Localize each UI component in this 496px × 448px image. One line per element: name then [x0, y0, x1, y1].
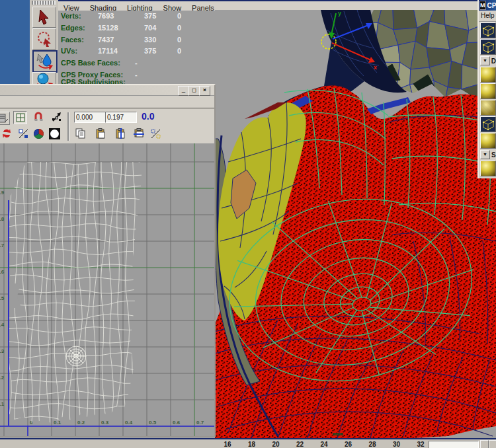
- hud-stat-row: Edges:151287040: [61, 24, 85, 33]
- cps-window-titlebar[interactable]: M CP: [479, 0, 496, 11]
- texture-swatch-cube[interactable]: [480, 39, 496, 55]
- hud-stat-value: 7437: [98, 36, 114, 44]
- copy-ratio-button[interactable]: [149, 128, 162, 139]
- v-axis-tick-label: 0.2: [0, 375, 5, 381]
- hud-stat-value: 0: [177, 12, 181, 20]
- maya-main-window: ViewShadingLightingShowPanels Verts:7693…: [0, 0, 496, 448]
- window-edge-strip: [0, 0, 30, 89]
- move-uv-button[interactable]: [50, 111, 63, 123]
- hud-stat-value: 704: [144, 24, 156, 32]
- u-axis-tick-label: 0.2: [77, 420, 85, 426]
- paint-select-tool-button[interactable]: [32, 50, 58, 73]
- display-rgb-button[interactable]: [32, 128, 45, 139]
- perspective-viewport[interactable]: y x: [215, 10, 496, 438]
- hud-stat-label: UVs:: [61, 47, 77, 55]
- frame-tick[interactable]: 28: [364, 441, 380, 448]
- uv-editor-toolbar: 0.000 0.197 0.0: [0, 109, 214, 143]
- uv-canvas[interactable]: 00.10.20.30.40.50.60.710.90.80.70.60.50.…: [0, 143, 214, 436]
- texture-swatch-cube[interactable]: [480, 116, 496, 132]
- v-axis-tick-label: 0.3: [0, 348, 5, 354]
- u-axis-tick-label: 0.6: [173, 420, 181, 426]
- hud-stat-value: 15128: [98, 24, 118, 32]
- uv-texture-editor-window: _ □ ×: [0, 84, 216, 437]
- paste-v-button[interactable]: [132, 128, 145, 139]
- texture-swatch-sphere[interactable]: [480, 100, 496, 116]
- u-axis-tick-label: 0.3: [101, 420, 109, 426]
- uv-ratio-button[interactable]: [17, 128, 30, 139]
- timeline-button[interactable]: [489, 440, 496, 448]
- frame-tick[interactable]: 22: [292, 441, 308, 448]
- grid-toggle-button[interactable]: [13, 111, 27, 124]
- paste-button[interactable]: [94, 128, 106, 139]
- texture-swatch-sphere[interactable]: [480, 67, 496, 83]
- display-alpha-button[interactable]: [48, 128, 61, 139]
- wire-cube-icon: [481, 23, 495, 38]
- copy-button[interactable]: [74, 128, 87, 139]
- frame-tick[interactable]: 26: [341, 441, 356, 448]
- refresh-button[interactable]: [0, 128, 13, 139]
- playback-range-field[interactable]: [429, 441, 479, 448]
- v-axis-tick-label: 0.8: [0, 216, 5, 222]
- magnet-icon: [33, 112, 44, 122]
- hud-stat-label: Faces:: [61, 36, 84, 44]
- frame-tick[interactable]: 20: [268, 441, 284, 448]
- alpha-circle-icon: [49, 128, 60, 139]
- section-dropdown-button[interactable]: ▼: [480, 56, 490, 65]
- hud-stat-row: Verts:76933750: [61, 12, 81, 21]
- hud-stat-label: Edges:: [61, 24, 85, 32]
- u-axis-tick-label: 0.1: [54, 420, 62, 426]
- frame-tick[interactable]: 30: [389, 441, 405, 448]
- hud-clipped-row: CPS Subdivisions:: [58, 77, 215, 84]
- v-axis-tick-label: 0.9: [0, 190, 5, 196]
- poly-count-hud: Verts:76933750Edges:151287040Faces:74373…: [58, 11, 215, 84]
- texture-swatch-sphere[interactable]: [480, 161, 496, 176]
- paste-u-button[interactable]: [114, 128, 126, 139]
- uv-editor-menu-band: [0, 96, 214, 109]
- clipped-tool-button[interactable]: [0, 112, 10, 125]
- cps-subdivisions-label: CPS Subdivisions:: [61, 78, 126, 84]
- timeline-button[interactable]: [480, 440, 489, 448]
- frame-tick[interactable]: 32: [413, 441, 429, 448]
- uv-editor-titlebar[interactable]: _ □ ×: [0, 85, 214, 96]
- hud-stat-value: 330: [144, 36, 156, 44]
- cps-section-row: ▼D: [480, 56, 496, 65]
- rgb-sphere-icon: [33, 128, 44, 139]
- wire-cube-icon: [481, 40, 495, 54]
- time-slider[interactable]: 161820222426283032: [0, 438, 496, 448]
- texture-swatch-sphere[interactable]: [480, 133, 496, 149]
- u-axis-tick-label: 0.5: [149, 420, 157, 426]
- v-axis-tick-label: 0.4: [0, 322, 5, 328]
- toolbox-drag-handle[interactable]: [32, 1, 56, 5]
- select-tool-button[interactable]: [32, 7, 56, 28]
- texture-swatch-sphere[interactable]: [480, 83, 496, 99]
- u-axis-tick-label: 0.4: [125, 420, 133, 426]
- texture-swatch-cube[interactable]: [480, 22, 496, 38]
- minimize-button[interactable]: _: [178, 86, 189, 96]
- cps-window-title: CP: [487, 2, 496, 9]
- hud-stat-label: Verts:: [61, 12, 81, 20]
- move-uv-icon: [52, 112, 62, 122]
- frame-tick[interactable]: 24: [316, 441, 332, 448]
- maximize-button[interactable]: □: [188, 86, 200, 96]
- percent-dashed-icon: [151, 129, 161, 139]
- v-axis-tick-label: 0.7: [0, 243, 5, 248]
- v-axis-tick-label: 0.5: [0, 295, 5, 301]
- snap-magnet-button[interactable]: [32, 111, 44, 123]
- section-dropdown-button[interactable]: ▼: [480, 150, 490, 159]
- frame-tick[interactable]: 18: [244, 441, 260, 448]
- frame-tick[interactable]: 16: [220, 441, 235, 448]
- paint-select-icon: [36, 53, 54, 70]
- hud-stat-value: 0: [177, 24, 181, 32]
- close-button[interactable]: ×: [199, 86, 210, 96]
- cps-tool-window: M CP Help ▼D▼S: [477, 0, 496, 178]
- hud-stat-value: 7693: [98, 12, 114, 20]
- v-coordinate-field[interactable]: 0.197: [105, 112, 137, 123]
- lasso-tool-button[interactable]: [32, 28, 56, 50]
- toolbox: [30, 0, 59, 89]
- hud-stat-value: 0: [177, 36, 181, 44]
- wire-cube-icon: [481, 117, 495, 131]
- u-coordinate-field[interactable]: 0.000: [74, 112, 106, 123]
- cps-help-menu[interactable]: Help: [479, 11, 496, 22]
- section-label: S: [491, 151, 496, 159]
- hud-stat-row: CPS Base Faces:-: [61, 59, 120, 68]
